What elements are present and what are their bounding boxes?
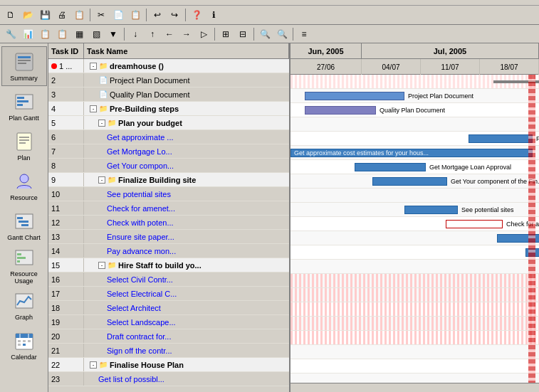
toolbar-zoom-in[interactable]: 🔍 bbox=[257, 26, 273, 42]
table-row[interactable]: 14 Pay advance mon... bbox=[48, 244, 289, 258]
gantt-bar-mortgage bbox=[355, 163, 426, 171]
task-rows-container: 1 ... - 📁 dreamhouse () 2 📄 Pr bbox=[48, 59, 289, 392]
toolbar-new[interactable]: 🗋 bbox=[3, 7, 19, 23]
toolbar-left[interactable]: ← bbox=[162, 26, 177, 42]
table-row[interactable]: 19 Select Landscape... bbox=[48, 315, 289, 329]
task-name-cell: Ensure site paper... bbox=[84, 230, 289, 243]
task-name: Select Landscape... bbox=[107, 318, 176, 327]
toolbar-chart2[interactable]: 📊 bbox=[20, 26, 36, 42]
sidebar-item-gantt-chart[interactable]: Gantt Chart bbox=[1, 206, 47, 245]
toolbar-filter-down[interactable]: ▼ bbox=[105, 26, 121, 42]
toolbar-menu[interactable]: ≡ bbox=[296, 26, 312, 42]
table-row[interactable]: 9 - 📁 Finalize Building site bbox=[48, 173, 289, 187]
sidebar-item-calendar[interactable]: Calendar bbox=[1, 325, 47, 365]
plan-icon bbox=[13, 130, 36, 153]
table-row[interactable]: 4 - 📁 Pre-Building steps bbox=[48, 102, 289, 116]
gantt-row bbox=[291, 302, 539, 317]
task-name: Project Plan Document bbox=[110, 76, 190, 85]
table-row[interactable]: 3 📄 Quality Plan Document bbox=[48, 88, 289, 102]
task-name-cell: Select Electrical C... bbox=[84, 287, 289, 300]
toolbar-filter[interactable]: ⊞ bbox=[218, 26, 234, 42]
task-name-cell: Select Landscape... bbox=[84, 315, 289, 329]
bar-label: Project Plan Document bbox=[408, 92, 473, 100]
toolbar-save[interactable]: 💾 bbox=[37, 7, 53, 23]
table-row[interactable]: 15 - 📁 Hire Staff to build yo... bbox=[48, 258, 289, 272]
task-id-cell: 1 ... bbox=[48, 59, 84, 73]
sidebar-item-summary[interactable]: Summary bbox=[1, 46, 47, 86]
table-row[interactable]: 20 Draft contract for... bbox=[48, 329, 289, 344]
toolbar-undo[interactable]: ↩ bbox=[150, 7, 165, 23]
expand-icon[interactable]: - bbox=[98, 262, 105, 269]
table-row[interactable]: 11 Check for amenet... bbox=[48, 201, 289, 216]
toolbar-link[interactable]: ⊟ bbox=[235, 26, 251, 42]
gantt-scrollbar[interactable] bbox=[291, 383, 539, 392]
table-row[interactable]: 1 ... - 📁 dreamhouse () bbox=[48, 59, 289, 73]
svg-rect-19 bbox=[17, 257, 26, 259]
expand-icon[interactable]: - bbox=[90, 63, 97, 70]
sidebar-item-resource-usage[interactable]: Resource Usage bbox=[1, 245, 47, 285]
table-row[interactable]: 17 Select Electrical C... bbox=[48, 287, 289, 301]
svg-rect-6 bbox=[17, 100, 28, 102]
task-name-cell: - 📁 Pre-Building steps bbox=[84, 102, 289, 115]
sidebar: Summary Plan Gantt bbox=[0, 43, 48, 392]
sidebar-plan-gantt-label: Plan Gantt bbox=[9, 115, 39, 122]
table-row[interactable]: 6 Get approximate ... bbox=[48, 130, 289, 144]
table-row[interactable]: 10 See potential sites bbox=[48, 187, 289, 201]
table-row[interactable]: 16 Select Civil Contr... bbox=[48, 272, 289, 287]
task-name-cell: 📄 Quality Plan Document bbox=[84, 88, 289, 101]
gantt-row bbox=[291, 359, 539, 374]
sidebar-item-resource[interactable]: Resource bbox=[1, 166, 47, 206]
toolbar-redo[interactable]: ↪ bbox=[167, 7, 182, 23]
toolbar-paste[interactable]: 📋 bbox=[127, 7, 143, 23]
toolbar-tb4[interactable]: 📋 bbox=[54, 26, 70, 42]
sidebar-item-plan[interactable]: Plan bbox=[1, 126, 47, 166]
task-id-cell: 18 bbox=[48, 301, 84, 314]
toolbar-zoom-out[interactable]: 🔍 bbox=[274, 26, 290, 42]
toolbar-tb3[interactable]: 📋 bbox=[37, 26, 53, 42]
toolbar-task[interactable]: 🔧 bbox=[3, 26, 19, 42]
gantt-week-11: 11/07 bbox=[421, 59, 480, 75]
toolbar-b4[interactable]: 📋 bbox=[71, 7, 87, 23]
table-row[interactable]: 5 - 📁 Plan your budget bbox=[48, 116, 289, 130]
table-row[interactable]: 13 Ensure site paper... bbox=[48, 230, 289, 244]
toolbar-up[interactable]: ↑ bbox=[145, 26, 160, 42]
task-id-cell: 7 bbox=[48, 144, 84, 158]
table-row[interactable]: 2 📄 Project Plan Document bbox=[48, 73, 289, 88]
svg-rect-30 bbox=[23, 344, 26, 346]
table-row[interactable]: 18 Select Architect bbox=[48, 301, 289, 315]
toolbar-right[interactable]: → bbox=[179, 26, 194, 42]
task-id-cell: 3 bbox=[48, 88, 84, 101]
expand-icon[interactable]: - bbox=[90, 105, 97, 112]
expand-icon[interactable]: - bbox=[90, 361, 97, 369]
table-row[interactable]: 8 Get Your compon... bbox=[48, 159, 289, 173]
toolbar-cut[interactable]: ✂ bbox=[93, 7, 109, 23]
expand-icon[interactable]: - bbox=[98, 120, 105, 127]
table-row[interactable]: 21 Sign off the contr... bbox=[48, 344, 289, 358]
toolbar-top: 🗋 📂 💾 🖨 📋 ✂ 📄 📋 ↩ ↪ ❓ ℹ 🔧 📊 📋 📋 ▦ ▧ ▼ ↓ … bbox=[0, 6, 539, 43]
toolbar-tb6[interactable]: ▧ bbox=[88, 26, 104, 42]
toolbar-print[interactable]: 🖨 bbox=[54, 7, 70, 23]
gantt-row: Check for ame... bbox=[291, 217, 539, 231]
expand-icon[interactable]: - bbox=[98, 176, 105, 184]
table-row[interactable]: 22 - 📁 Finalise House Plan bbox=[48, 358, 289, 372]
sidebar-resource-label: Resource bbox=[10, 194, 38, 201]
task-name-cell: Get Mortgage Lo... bbox=[84, 144, 289, 158]
task-name-cell: Pay advance mon... bbox=[84, 244, 289, 258]
sidebar-plan-label: Plan bbox=[17, 154, 30, 161]
toolbar-help[interactable]: ❓ bbox=[189, 7, 204, 23]
sidebar-item-graph[interactable]: Graph bbox=[1, 285, 47, 325]
toolbar-open[interactable]: 📂 bbox=[20, 7, 36, 23]
toolbar-info[interactable]: ℹ bbox=[206, 7, 221, 23]
gantt-bar-qual bbox=[305, 106, 376, 115]
gantt-header: Jun, 2005 Jul, 2005 27/06 04/07 bbox=[291, 43, 539, 75]
toolbar-copy[interactable]: 📄 bbox=[110, 7, 126, 23]
toolbar-tb5[interactable]: ▦ bbox=[71, 26, 87, 42]
table-row[interactable]: 12 Check with poten... bbox=[48, 216, 289, 230]
sidebar-item-plan-gantt[interactable]: Plan Gantt bbox=[1, 86, 47, 126]
toolbar-play[interactable]: ▷ bbox=[196, 26, 211, 42]
gantt-row: Get Mortgage Loan Approval bbox=[291, 160, 539, 174]
toolbar-down[interactable]: ↓ bbox=[127, 26, 143, 42]
table-row[interactable]: 7 Get Mortgage Lo... bbox=[48, 144, 289, 159]
table-row[interactable]: 23 Get list of possibl... bbox=[48, 372, 289, 386]
task-name-cell: - 📁 Plan your budget bbox=[84, 116, 289, 129]
